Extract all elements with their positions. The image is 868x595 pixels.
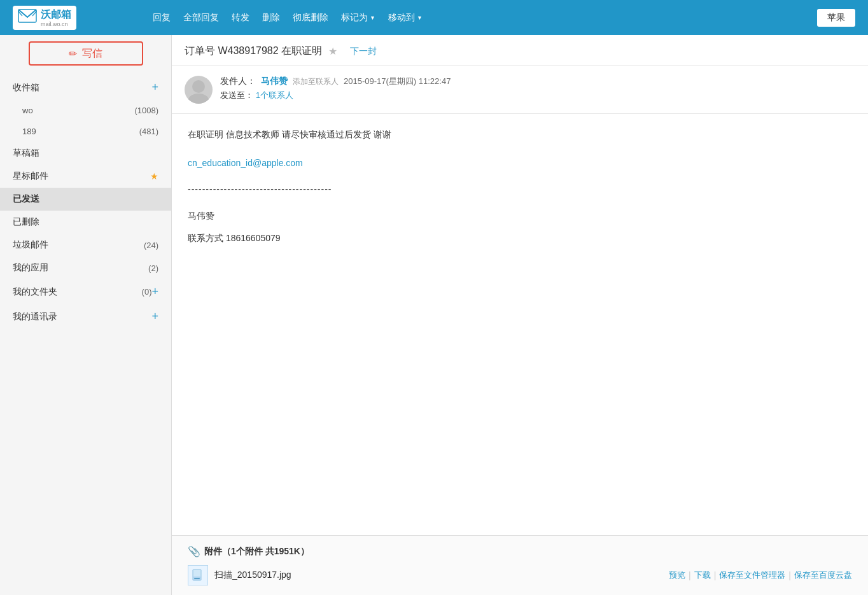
sidebar-item-drafts[interactable]: 草稿箱 [0, 142, 171, 165]
inbox-label: 收件箱 [13, 82, 151, 94]
email-body-link[interactable]: cn_education_id@apple.com [188, 155, 852, 171]
subject-star-button[interactable]: ★ [328, 45, 337, 57]
save-to-manager-link[interactable]: 保存至文件管理器 [719, 570, 785, 581]
logo-area: 沃邮箱 mail.wo.cn [13, 6, 127, 30]
drafts-label: 草稿箱 [13, 148, 158, 159]
sidebar-item-junk[interactable]: 垃圾邮件 (24) [0, 234, 171, 256]
attachment-item: 扫描_20150917.jpg 预览 | 下载 | 保存至文件管理器 | 保存至… [188, 565, 852, 585]
paperclip-icon: 📎 [188, 545, 200, 557]
email-date: 2015-09-17(星期四) 11:22:47 [344, 76, 451, 87]
sidebar-item-inbox[interactable]: 收件箱 + [0, 75, 171, 100]
save-to-baidu-link[interactable]: 保存至百度云盘 [794, 570, 852, 581]
compose-icon: ✏ [69, 48, 77, 60]
forward-button[interactable]: 转发 [232, 12, 249, 24]
sidebar-item-sent[interactable]: 已发送 [0, 188, 171, 211]
sidebar-item-folders[interactable]: 我的文件夹 (0) + [0, 279, 171, 304]
svg-rect-7 [194, 578, 200, 579]
contact-info: 联系方式 18616605079 [188, 230, 852, 246]
main-layout: ✏ 写信 收件箱 + wo (1008) 189 (481) 草稿箱 星标邮件 … [0, 35, 868, 595]
sidebar-item-starred[interactable]: 星标邮件 ★ [0, 165, 171, 188]
logo-cn: 沃邮箱 [41, 9, 71, 20]
svg-point-4 [188, 94, 209, 104]
compose-button[interactable]: ✏ 写信 [29, 41, 143, 66]
sender-name[interactable]: 马伟赞 [261, 76, 288, 87]
sent-label: 已发送 [13, 193, 158, 205]
user-account[interactable]: 苹果 [817, 9, 855, 27]
nav-actions: 回复 全部回复 转发 删除 彻底删除 标记为 移动到 [127, 12, 817, 24]
wo-count: (1008) [134, 106, 158, 115]
to-label: 发送至： [220, 90, 253, 100]
email-body-main: 在职证明 信息技术教师 请尽快审核通过后发货 谢谢 [188, 127, 852, 143]
sidebar-item-trash[interactable]: 已删除 [0, 211, 171, 234]
sidebar-item-wo[interactable]: wo (1008) [0, 100, 171, 121]
sidebar-item-apps[interactable]: 我的应用 (2) [0, 256, 171, 279]
download-link[interactable]: 下载 [694, 570, 711, 581]
attachment-section: 📎 附件（1个附件 共1951K） 扫描_20150917.jpg 预览 | 下… [172, 535, 868, 595]
email-meta: 发件人： 马伟赞 添加至联系人 2015-09-17(星期四) 11:22:47… [220, 76, 855, 101]
mark-as-button[interactable]: 标记为 [341, 12, 375, 24]
next-email-link[interactable]: 下一封 [350, 46, 377, 57]
apps-count: (2) [148, 263, 158, 273]
apps-label: 我的应用 [13, 262, 148, 274]
preview-link[interactable]: 预览 [669, 570, 685, 581]
topbar: 沃邮箱 mail.wo.cn 回复 全部回复 转发 删除 彻底删除 标记为 移动… [0, 0, 868, 35]
starred-label: 星标邮件 [13, 171, 146, 182]
svg-point-3 [192, 80, 205, 93]
email-from-line: 发件人： 马伟赞 添加至联系人 2015-09-17(星期四) 11:22:47 [220, 76, 855, 87]
contacts-label: 我的通讯录 [13, 311, 151, 323]
189-count: (481) [139, 127, 158, 136]
separator-1: | [689, 570, 691, 580]
separator-3: | [788, 570, 791, 580]
folders-add-icon[interactable]: + [151, 285, 158, 298]
sidebar-item-189[interactable]: 189 (481) [0, 121, 171, 142]
sidebar: ✏ 写信 收件箱 + wo (1008) 189 (481) 草稿箱 星标邮件 … [0, 35, 172, 595]
perm-delete-button[interactable]: 彻底删除 [293, 12, 328, 24]
logo-box: 沃邮箱 mail.wo.cn [13, 6, 76, 30]
attachment-file-icon [188, 565, 208, 585]
from-label: 发件人： [220, 76, 256, 87]
star-icon: ★ [150, 171, 158, 181]
reply-button[interactable]: 回复 [153, 12, 171, 24]
move-to-button[interactable]: 移动到 [388, 12, 423, 24]
sidebar-item-contacts[interactable]: 我的通讯录 + [0, 304, 171, 329]
folders-count: (0) [142, 287, 152, 297]
compose-label: 写信 [82, 47, 102, 60]
attachment-name: 扫描_20150917.jpg [214, 570, 662, 581]
email-subject-bar: 订单号 W438917982 在职证明 ★ 下一封 [172, 35, 868, 66]
logo-en: mail.wo.cn [41, 22, 71, 27]
junk-label: 垃圾邮件 [13, 239, 144, 251]
trash-label: 已删除 [13, 216, 158, 228]
189-label: 189 [22, 127, 139, 136]
logo-icon [18, 9, 37, 27]
signature-name: 马伟赞 [188, 208, 852, 224]
contacts-add-icon[interactable]: + [151, 310, 158, 323]
junk-count: (24) [144, 241, 158, 250]
delete-button[interactable]: 删除 [262, 12, 280, 24]
inbox-add-icon[interactable]: + [151, 81, 158, 94]
logo-text-area: 沃邮箱 mail.wo.cn [41, 8, 71, 27]
add-contact-link[interactable]: 添加至联系人 [293, 76, 339, 87]
email-body: 在职证明 信息技术教师 请尽快审核通过后发货 谢谢 cn_education_i… [172, 114, 868, 535]
email-subject: 订单号 W438917982 在职证明 [185, 45, 322, 58]
folders-label: 我的文件夹 [13, 286, 142, 298]
attachment-actions: 预览 | 下载 | 保存至文件管理器 | 保存至百度云盘 [669, 570, 852, 581]
reply-all-button[interactable]: 全部回复 [183, 12, 219, 24]
content-area: 订单号 W438917982 在职证明 ★ 下一封 发件人： 马伟赞 添加至联系… [172, 35, 868, 595]
attachment-title: 附件（1个附件 共1951K） [204, 546, 309, 557]
wo-label: wo [22, 106, 134, 115]
to-value[interactable]: 1个联系人 [256, 90, 293, 100]
separator-2: | [714, 570, 717, 580]
sender-avatar [185, 76, 213, 104]
attachment-header: 📎 附件（1个附件 共1951K） [188, 545, 852, 557]
email-divider: ---------------------------------------- [188, 181, 852, 197]
email-header: 发件人： 马伟赞 添加至联系人 2015-09-17(星期四) 11:22:47… [172, 66, 868, 114]
email-to-line: 发送至： 1个联系人 [220, 90, 855, 101]
